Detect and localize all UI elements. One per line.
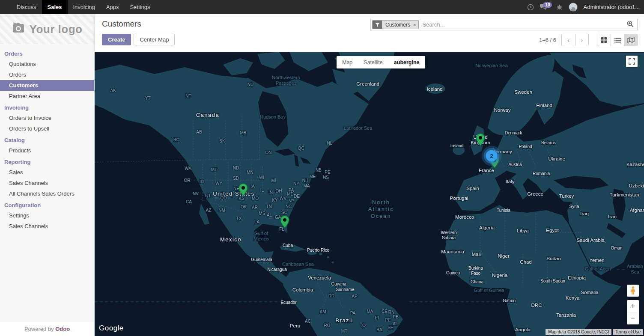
- terms-of-use-link[interactable]: Terms of Use: [613, 329, 643, 335]
- kanban-view-button[interactable]: [597, 34, 611, 46]
- messages-badge: 10: [543, 2, 552, 8]
- pager-prev-button[interactable]: ‹: [562, 34, 575, 46]
- filter-funnel-icon: [373, 21, 382, 29]
- search-facet-label: Customers: [382, 21, 413, 29]
- control-panel: Customers Create Center Map Customers ×: [95, 14, 644, 52]
- sidebar-footer: Powered by Odoo: [0, 322, 94, 336]
- center-map-button[interactable]: Center Map: [134, 34, 175, 45]
- sidebar-item-partner-area[interactable]: Partner Area: [0, 91, 94, 101]
- google-logo: Google: [99, 324, 124, 333]
- topnav-item-invoicing[interactable]: Invoicing: [68, 0, 101, 14]
- map-markers: 2: [95, 52, 644, 336]
- map-type-aubergine[interactable]: aubergine: [388, 56, 425, 68]
- map-data-text: Map data ©2018 Google, INEGI: [546, 329, 611, 335]
- pin-united-states-ks[interactable]: [239, 183, 248, 198]
- pager-next-button[interactable]: ›: [575, 34, 588, 46]
- map-type-satellite[interactable]: Satellite: [358, 56, 388, 68]
- sidebar-item-sales-channels[interactable]: Sales Channels: [0, 178, 94, 188]
- sidebar-section-configuration: Configuration: [0, 199, 94, 210]
- messages-icon[interactable]: 10: [540, 4, 547, 10]
- pin-united-kingdom[interactable]: [476, 133, 486, 148]
- topnav-item-sales[interactable]: Sales: [42, 0, 68, 14]
- company-logo[interactable]: Your logo: [0, 14, 94, 44]
- sidebar-item-orders-to-upsell[interactable]: Orders to Upsell: [0, 123, 94, 134]
- sidebar-item-products[interactable]: Products: [0, 145, 94, 156]
- sidebar: Your logo OrdersQuotationsOrdersCustomer…: [0, 14, 95, 336]
- page-title: Customers: [102, 19, 141, 29]
- camera-icon: [12, 23, 26, 36]
- sidebar-section-reporting: Reporting: [0, 156, 94, 167]
- search-input[interactable]: [419, 21, 627, 28]
- sidebar-item-orders[interactable]: Orders: [0, 69, 94, 80]
- sidebar-section-orders: Orders: [0, 48, 94, 59]
- sidebar-section-catalog: Catalog: [0, 134, 94, 145]
- map-view-button[interactable]: [624, 34, 637, 46]
- sidebar-item-sales-channels[interactable]: Sales Channels: [0, 221, 94, 232]
- zoom-control: + −: [627, 300, 639, 324]
- create-button[interactable]: Create: [102, 34, 131, 45]
- customers-map[interactable]: CanadaUnited StatesMexicoBrazilNorthwest…: [95, 52, 644, 336]
- search-magnifier-icon[interactable]: [627, 21, 634, 29]
- customer-cluster-marker[interactable]: 2: [486, 150, 498, 162]
- sidebar-item-quotations[interactable]: Quotations: [0, 59, 94, 69]
- sidebar-menu: OrdersQuotationsOrdersCustomersPartner A…: [0, 44, 94, 232]
- sidebar-item-settings[interactable]: Settings: [0, 210, 94, 221]
- top-navbar: DiscussSalesInvoicingAppsSettings 10 Adm…: [0, 0, 644, 14]
- debug-bug-icon[interactable]: [556, 3, 563, 11]
- topnav-item-discuss[interactable]: Discuss: [11, 0, 42, 14]
- search-bar[interactable]: Customers ×: [370, 19, 638, 30]
- pegman-streetview-control[interactable]: [627, 285, 639, 297]
- sidebar-item-orders-to-invoice[interactable]: Orders to Invoice: [0, 113, 94, 123]
- sidebar-item-customers[interactable]: Customers: [0, 80, 94, 91]
- search-facet: Customers ×: [372, 20, 419, 29]
- sidebar-item-sales[interactable]: Sales: [0, 167, 94, 178]
- logo-text: Your logo: [30, 23, 83, 36]
- cluster-count: 2: [490, 153, 493, 159]
- fullscreen-button[interactable]: [626, 56, 638, 67]
- topnav-item-apps[interactable]: Apps: [101, 0, 125, 14]
- powered-by-text: Powered by: [24, 326, 54, 332]
- map-type-control: MapSatelliteaubergine: [337, 56, 425, 68]
- zoom-in-button[interactable]: +: [627, 300, 639, 312]
- topbar-right: 10 Administrator (odoo1...: [527, 0, 644, 14]
- zoom-out-button[interactable]: −: [627, 312, 639, 324]
- facet-remove-icon[interactable]: ×: [413, 21, 418, 29]
- topnav-menus: DiscussSalesInvoicingAppsSettings: [0, 0, 155, 14]
- sidebar-section-invoicing: Invoicing: [0, 101, 94, 113]
- list-view-button[interactable]: [611, 34, 624, 46]
- odoo-link[interactable]: Odoo: [55, 326, 70, 332]
- pin-united-states-fl[interactable]: [280, 215, 290, 230]
- topnav-item-settings[interactable]: Settings: [124, 0, 155, 14]
- map-type-map[interactable]: Map: [337, 56, 358, 68]
- user-menu[interactable]: Administrator (odoo1...: [583, 4, 640, 10]
- map-attribution: Map data ©2018 Google, INEGI Terms of Us…: [546, 329, 643, 335]
- pager-range: 1–6 / 6: [539, 37, 556, 43]
- activities-clock-icon[interactable]: [527, 3, 534, 11]
- user-avatar[interactable]: [569, 3, 578, 12]
- sidebar-item-all-channels-sales-orders[interactable]: All Channels Sales Orders: [0, 188, 94, 199]
